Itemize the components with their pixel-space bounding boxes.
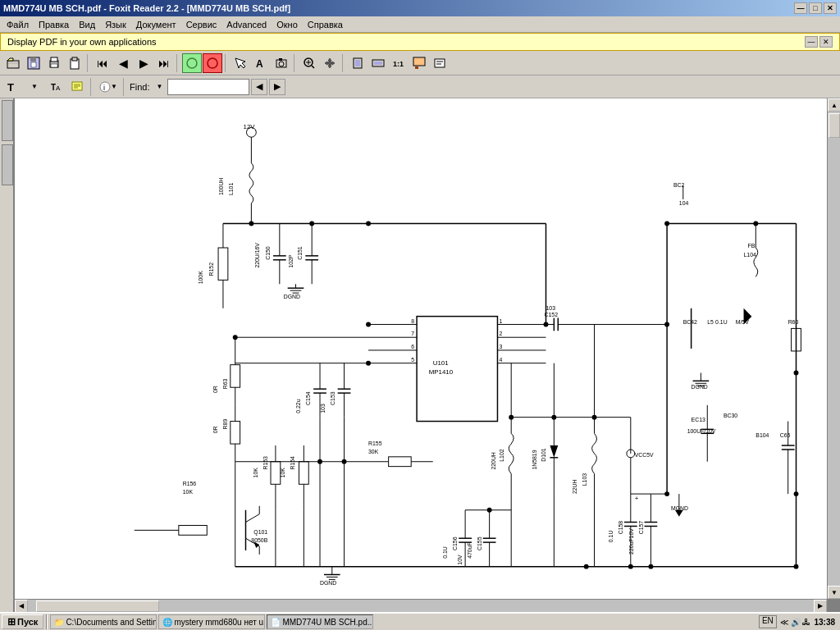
properties-button[interactable] [430,53,450,73]
last-page-button[interactable]: ⏭ [154,53,174,73]
svg-point-51 [249,221,253,226]
svg-text:DGND: DGND [320,580,336,586]
browser-label: mystery mmd680u нет u... [174,618,265,627]
svg-text:R154: R154 [290,456,295,470]
svg-text:L104: L104 [744,252,756,258]
menu-edit[interactable]: Правка [34,18,74,31]
svg-point-11 [208,58,217,68]
svg-point-242 [628,564,633,569]
scroll-thumb-horizontal[interactable] [36,600,159,612]
text-dropdown[interactable]: ▼ [25,77,44,97]
svg-text:L103: L103 [582,473,587,486]
svg-text:C154: C154 [305,391,311,405]
menu-service[interactable]: Сервис [181,18,222,31]
taskbar: ⊞ Пуск 📁 C:\Documents and Settin... 🌐 my… [0,612,840,630]
svg-text:10K: 10K [183,489,194,495]
svg-point-247 [366,322,371,327]
svg-text:R155: R155 [368,441,382,446]
open-button[interactable] [3,53,23,73]
svg-text:A: A [56,84,61,92]
svg-point-97 [544,322,549,327]
zoom-in-button[interactable] [203,53,222,73]
minimize-button[interactable]: — [794,2,807,14]
svg-text:100K: 100K [198,271,203,284]
find-prev-button[interactable]: ◀ [251,79,267,95]
menu-advanced[interactable]: Advanced [221,18,272,31]
svg-text:0.22u: 0.22u [295,399,301,413]
close-button[interactable]: ✕ [824,2,837,14]
main-toolbar: ⏮ ◀ ▶ ⏭ A 1:1 [0,51,840,75]
taskbar-item-foxit[interactable]: 📄 MMD774U MB SCH.pd... [267,614,373,629]
actual-size-button[interactable]: 1:1 [389,53,409,73]
svg-text:104: 104 [679,200,689,206]
save-button[interactable] [24,53,43,73]
menu-help[interactable]: Справка [303,18,348,31]
svg-point-53 [366,221,371,226]
fit-width-button[interactable] [368,53,388,73]
ad-minimize-button[interactable]: — [805,36,818,48]
menu-file[interactable]: Файл [2,18,34,31]
svg-text:0.1U: 0.1U [608,531,614,543]
snapshot-button[interactable] [272,53,291,73]
menu-document[interactable]: Документ [131,18,181,31]
scroll-thumb-vertical[interactable] [829,113,840,138]
find-input[interactable] [167,79,249,95]
scroll-down-button[interactable]: ▼ [828,586,840,599]
svg-text:C153: C153 [330,391,336,405]
pan-button[interactable] [320,53,340,73]
find-dropdown[interactable]: ▼ [153,77,166,97]
next-page-button[interactable]: ▶ [134,53,153,73]
ad-close-button[interactable]: ✕ [819,36,833,48]
svg-text:4: 4 [499,357,502,363]
menu-view[interactable]: Вид [74,18,100,31]
clock: 13:38 [814,618,835,627]
find-next-button[interactable]: ▶ [269,79,285,95]
text-select-button[interactable]: A [251,53,271,73]
zoom-box-button[interactable] [299,53,319,73]
svg-text:103: 103 [546,305,556,311]
svg-rect-3 [30,57,36,62]
toolbar-separator-3 [225,54,228,72]
horizontal-scrollbar: ◀ ▶ [15,599,827,612]
note-button[interactable] [67,77,87,97]
svg-text:10K: 10K [253,468,258,478]
svg-text:BC42: BC42 [683,319,697,325]
magnifier-button[interactable] [409,53,429,73]
print-button[interactable] [44,53,64,73]
text-tool-button[interactable]: T [3,77,23,97]
scroll-right-button[interactable]: ▶ [814,600,827,613]
maximize-button[interactable]: □ [809,2,822,14]
text-tool-2[interactable]: TA [46,77,66,97]
svg-text:BC30: BC30 [724,413,737,418]
svg-text:R152: R152 [208,262,214,276]
first-page-button[interactable]: ⏮ [93,53,112,73]
select-button[interactable] [231,53,250,73]
taskbar-item-browser[interactable]: 🌐 mystery mmd680u нет u... [158,614,265,629]
taskbar-separator [46,614,48,629]
scroll-left-button[interactable]: ◀ [15,600,28,613]
svg-rect-23 [374,62,382,65]
prev-page-button[interactable]: ◀ [113,53,133,73]
menu-window[interactable]: Окно [272,18,303,31]
svg-text:22UH: 22UH [572,479,578,494]
thumbnail-tab[interactable] [2,144,13,185]
taskbar-item-explorer[interactable]: 📁 C:\Documents and Settin... [50,614,157,629]
fit-page-button[interactable] [348,53,368,73]
zoom-out-button[interactable] [182,53,202,73]
bookmark-tab[interactable] [2,100,13,141]
clipboard-button[interactable] [65,53,84,73]
language-button[interactable]: EN [759,615,777,628]
svg-rect-27 [435,59,445,67]
svg-text:220U/16V: 220U/16V [254,243,260,268]
scroll-up-button[interactable]: ▲ [828,98,840,112]
info-dropdown[interactable]: i ▼ [97,77,120,97]
svg-text:MP1410: MP1410 [429,368,454,376]
title-bar: MMD774U MB SCH.pdf - Foxit Reader 2.2 - … [0,0,840,16]
pdf-page: 12V L101 100UH R152 100K [15,98,827,599]
menu-language[interactable]: Язык [100,18,131,31]
svg-text:0R: 0R [212,426,218,433]
start-button[interactable]: ⊞ Пуск [2,614,43,629]
ad-bar-buttons: — ✕ [805,36,833,48]
scroll-track-vertical [828,112,840,586]
foxit-label: MMD774U MB SCH.pd... [282,618,373,627]
